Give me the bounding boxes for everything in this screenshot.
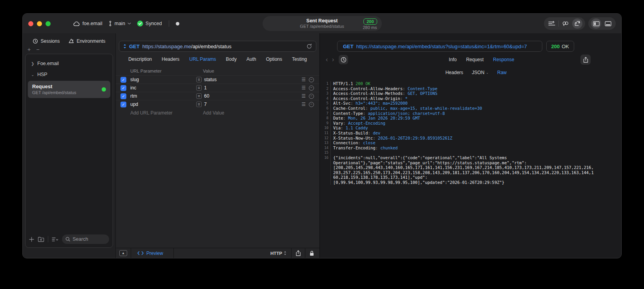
param-row[interactable]: ✓slug=status☰− [116,75,319,84]
active-request-dot [102,87,106,92]
remove-param-button[interactable]: − [309,85,314,91]
param-name-input[interactable]: rtm [130,93,196,99]
param-value-input[interactable]: 1 [204,85,301,91]
drag-handle-icon[interactable]: ☰ [301,102,305,107]
param-row[interactable]: ✓upd=7☰− [116,100,319,108]
remove-param-button[interactable]: − [309,94,314,99]
line-number: 15 [320,150,330,155]
line-number [320,170,330,175]
request-loop-button[interactable] [560,18,571,29]
history-forward-button[interactable]: › [332,56,334,64]
sync-status[interactable]: Synced [137,20,162,27]
sent-request-pill[interactable]: Sent Request GET /api/embed/status 200 2… [263,16,382,31]
line-number: 6 [320,106,330,111]
param-operator[interactable]: = [196,85,202,91]
request-tab-url-params[interactable]: URL Params [189,56,216,62]
sidebar-search-input[interactable]: Search [62,234,109,244]
param-row[interactable]: ✓rtm=60☰− [116,92,319,100]
param-checkbox[interactable]: ✓ [120,77,126,83]
preview-button[interactable]: Preview [131,251,173,256]
param-operator[interactable]: = [196,77,202,82]
project-name: foe.email [82,21,102,26]
minimize-window-button[interactable] [37,21,42,26]
tab-sessions[interactable]: Sessions [33,38,60,44]
new-folder-button[interactable] [38,236,44,242]
add-request-button[interactable] [29,237,34,242]
param-name-input[interactable]: slug [130,77,196,82]
sync-label: Synced [146,21,162,26]
request-url: https://statuspage.me/api/embed/status [142,44,232,49]
response-line: 6Cache-Control: public, max-age=15, stal… [320,106,621,111]
history-back-button[interactable]: ‹ [326,56,328,64]
close-window-button[interactable] [28,21,33,26]
param-name-input[interactable]: inc [130,85,196,91]
project-menu[interactable]: foe.email [73,21,102,26]
list-chevron-icon [52,237,58,242]
import-export-button[interactable] [572,18,582,29]
drag-handle-icon[interactable]: ☰ [301,93,305,99]
zoom-window-button[interactable] [46,21,51,26]
add-parameter-placeholder: Add URL Parameter [130,110,203,116]
drag-handle-icon[interactable]: ☰ [301,85,305,91]
request-url-bar[interactable]: GET https://statuspage.me/api/embed/stat… [119,41,316,52]
group-label: Foe.email [37,61,59,66]
group-hsp[interactable]: ⌄ HSP [26,69,113,80]
response-tab-info[interactable]: Info [449,57,457,62]
drag-handle-icon[interactable]: ☰ [301,77,305,82]
param-value-input[interactable]: 7 [204,102,301,107]
request-tab-testing[interactable]: Testing [292,56,307,62]
line-number: 9 [320,121,330,126]
line-number [320,165,330,170]
param-operator[interactable]: = [196,93,202,99]
remove-session-button[interactable]: − [36,47,39,53]
branch-selector[interactable]: main [108,21,131,26]
response-line: 11X-Status-Build: dev [320,131,621,136]
tab-environments-label: Environments [77,38,105,44]
request-tab-auth[interactable]: Auth [246,56,256,62]
request-tab-options[interactable]: Options [266,56,282,62]
request-list-item[interactable]: Request GET /api/embed/status [28,81,110,98]
param-value-input[interactable]: 60 [204,93,301,99]
param-row[interactable]: ✓inc=1☰− [116,84,319,92]
toggle-sidebar-button[interactable] [591,18,601,29]
export-response-button[interactable] [580,55,591,65]
remove-param-button[interactable]: − [309,77,314,82]
response-raw-view[interactable]: 1HTTP/1.1 200 OK2Access-Control-Allow-He… [320,78,621,258]
response-line: Operational"},"page":"status","page_url"… [320,160,621,165]
param-checkbox[interactable]: ✓ [120,85,126,91]
response-subtab-headers[interactable]: Headers [445,70,463,75]
request-tab-headers[interactable]: Headers [162,56,179,62]
response-tab-response[interactable]: Response [493,57,514,62]
response-subtab-json[interactable]: JSON⌄ [472,70,489,75]
remove-param-button[interactable]: − [309,102,314,107]
response-subtab-raw[interactable]: Raw [497,70,507,75]
param-operator[interactable]: = [196,102,202,107]
params-header-row: URL Parameter Value [116,67,319,75]
request-tab-body[interactable]: Body [226,56,237,62]
param-value-input[interactable]: status [204,77,301,82]
refresh-icon [306,44,312,49]
expand-console-button[interactable]: ▲ [119,250,127,256]
lock-button[interactable] [305,251,319,256]
sort-requests-button[interactable] [547,18,557,29]
resend-request-button[interactable] [306,44,312,49]
protocol-selector[interactable]: HTTP [266,251,291,256]
sort-options-button[interactable] [52,237,58,242]
response-line: 3Access-Control-Allow-Methods: GET, OPTI… [320,91,621,96]
add-session-button[interactable]: + [27,47,31,53]
tab-environments[interactable]: Environments [68,38,105,44]
share-request-button[interactable] [292,250,305,256]
search-icon [66,237,70,242]
request-tab-description[interactable]: Description [128,56,152,62]
line-number: 3 [320,91,330,96]
group-foe-email[interactable]: ❯ Foe.email [26,58,113,69]
response-request-url[interactable]: GET https://statuspage.me/api/embed/stat… [337,41,542,52]
param-checkbox[interactable]: ✓ [120,93,126,99]
param-name-input[interactable]: upd [130,102,196,107]
params-add-row[interactable]: Add URL Parameter Add Value [116,108,319,118]
response-tab-request[interactable]: Request [466,57,484,62]
toggle-bottom-panel-button[interactable] [603,18,613,29]
param-checkbox[interactable]: ✓ [120,102,126,107]
line-number [320,175,330,180]
response-history-button[interactable] [339,55,348,64]
